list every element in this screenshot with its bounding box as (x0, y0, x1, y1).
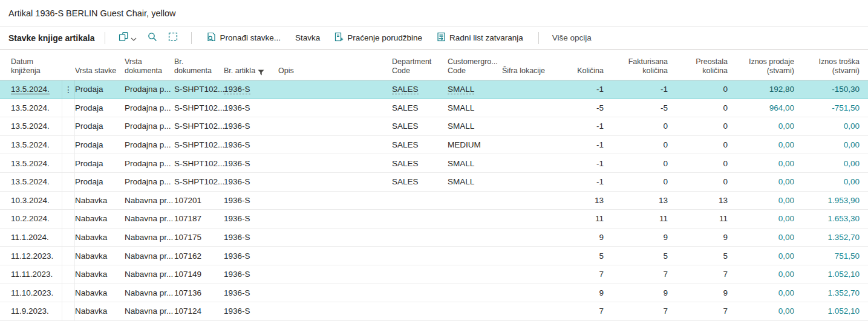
cell-preostala[interactable]: 0 (675, 136, 735, 154)
table-row[interactable]: 13.5.2024.ProdajaProdajna p...S-SHPT102.… (0, 136, 868, 155)
cell-vrsta_dokumenta[interactable]: Prodajna p... (125, 154, 174, 172)
cell-br_dokumenta[interactable]: S-SHPT102... (174, 136, 224, 154)
cell-sifra_lokacije[interactable] (502, 284, 558, 302)
cell-opis[interactable] (278, 173, 392, 191)
cell-iznos_prodaje[interactable]: 0,00 (735, 173, 801, 191)
cell-fakturisana[interactable]: 9 (611, 229, 675, 247)
cell-br_dokumenta[interactable]: S-SHPT102... (174, 154, 224, 172)
column-header-br_dokumenta[interactable]: Br. dokumenta (174, 50, 224, 80)
cell-vrsta_stavke[interactable]: Nabavka (75, 247, 125, 265)
column-header-br_artikla[interactable]: Br. artikla (224, 50, 278, 80)
column-header-kolicina[interactable]: Količina (558, 50, 611, 80)
cell-fakturisana[interactable]: 7 (611, 265, 675, 284)
cell-iznos_prodaje[interactable]: 192,80 (735, 80, 801, 99)
related-records-button[interactable] (119, 31, 137, 44)
closing-worksheet-button[interactable]: Radni list zatvaranja (437, 32, 523, 44)
cell-opis[interactable] (278, 229, 392, 247)
cell-br_dokumenta[interactable]: S-SHPT102... (174, 117, 224, 135)
cell-iznos_prodaje[interactable]: 0,00 (735, 247, 801, 265)
table-row[interactable]: 11.11.2023.NabavkaNabavna pr...107149193… (0, 265, 868, 284)
find-entries-button[interactable]: Pronađi stavke... (207, 32, 281, 44)
cell-datum[interactable]: 13.5.2024. (0, 99, 62, 117)
table-row[interactable]: 10.2.2024.NabavkaNabavna pr...1071871936… (0, 210, 868, 229)
cell-iznos_troska[interactable]: 1.352,70 (801, 284, 868, 302)
cell-iznos_troska[interactable]: 751,50 (801, 247, 868, 265)
cell-department[interactable] (392, 229, 448, 247)
cell-iznos_prodaje[interactable]: 0,00 (735, 302, 801, 320)
cell-sifra_lokacije[interactable] (502, 265, 558, 284)
cell-department[interactable]: SALES (392, 173, 448, 191)
cell-vrsta_dokumenta[interactable]: Prodajna p... (125, 173, 174, 191)
cell-vrsta_dokumenta[interactable]: Prodajna p... (125, 117, 174, 135)
cell-vrsta_dokumenta[interactable]: Nabavna pr... (125, 192, 174, 210)
cell-customergroup[interactable] (448, 247, 502, 265)
table-row[interactable]: 13.5.2024.ProdajaProdajna p...S-SHPT102.… (0, 99, 868, 118)
cell-sifra_lokacije[interactable] (502, 302, 558, 320)
cell-opis[interactable] (278, 302, 392, 320)
cell-customergroup[interactable]: SMALL (448, 154, 502, 172)
cell-preostala[interactable]: 13 (675, 192, 735, 210)
cell-department[interactable] (392, 284, 448, 302)
column-header-opis[interactable]: Opis (278, 50, 392, 80)
cell-br_dokumenta[interactable]: 107201 (174, 192, 224, 210)
table-row[interactable]: 13.5.2024.ProdajaProdajna p...S-SHPT102.… (0, 117, 868, 136)
cell-opis[interactable] (278, 99, 392, 117)
cell-datum[interactable]: 10.3.2024. (0, 192, 62, 210)
cell-kolicina[interactable]: 9 (558, 284, 611, 302)
cell-iznos_prodaje[interactable]: 964,00 (735, 99, 801, 117)
cell-sifra_lokacije[interactable] (502, 229, 558, 247)
cell-vrsta_stavke[interactable]: Nabavka (75, 192, 125, 210)
table-row[interactable]: 13.5.2024.ProdajaProdajna p...S-SHPT102.… (0, 154, 868, 173)
cell-department[interactable] (392, 210, 448, 228)
column-header-iznos_prodaje[interactable]: Iznos prodaje (stvarni) (735, 50, 801, 80)
cell-vrsta_stavke[interactable]: Nabavka (75, 210, 125, 228)
cell-iznos_prodaje[interactable]: 0,00 (735, 192, 801, 210)
cell-customergroup[interactable] (448, 210, 502, 228)
cell-vrsta_stavke[interactable]: Nabavka (75, 265, 125, 284)
cell-customergroup[interactable]: SMALL (448, 99, 502, 117)
cell-br_artikla[interactable]: 1936-S (224, 80, 278, 99)
cell-br_artikla[interactable]: 1936-S (224, 302, 278, 320)
column-header-department[interactable]: Department Code (392, 50, 448, 80)
cell-customergroup[interactable] (448, 229, 502, 247)
cell-fakturisana[interactable]: 5 (611, 247, 675, 265)
cell-vrsta_stavke[interactable]: Prodaja (75, 154, 125, 172)
cell-fakturisana[interactable]: 0 (611, 136, 675, 154)
cell-vrsta_stavke[interactable]: Nabavka (75, 284, 125, 302)
column-header-sifra_lokacije[interactable]: Šifra lokacije (502, 50, 558, 80)
search-button[interactable] (148, 32, 157, 44)
cell-sifra_lokacije[interactable] (502, 154, 558, 172)
cell-vrsta_stavke[interactable]: Prodaja (75, 136, 125, 154)
table-row[interactable]: 10.3.2024.NabavkaNabavna pr...1072011936… (0, 192, 868, 210)
cell-department[interactable] (392, 265, 448, 284)
cell-br_dokumenta[interactable]: S-SHPT102... (174, 80, 224, 99)
cell-vrsta_stavke[interactable]: Prodaja (75, 99, 125, 117)
cell-datum[interactable]: 11.10.2023. (0, 284, 62, 302)
cell-fakturisana[interactable]: 11 (611, 210, 675, 228)
cell-vrsta_dokumenta[interactable]: Nabavna pr... (125, 229, 174, 247)
cell-kolicina[interactable]: -1 (558, 154, 611, 172)
table-row[interactable]: 11.9.2023.NabavkaNabavna pr...1071241936… (0, 302, 868, 321)
cell-kolicina[interactable]: 9 (558, 229, 611, 247)
cell-kolicina[interactable]: -1 (558, 80, 611, 99)
cell-datum[interactable]: 11.9.2023. (0, 302, 62, 320)
cell-kolicina[interactable]: 11 (558, 210, 611, 228)
column-header-vrsta_dokumenta[interactable]: Vrsta dokumenta (125, 50, 174, 80)
cell-department[interactable]: SALES (392, 136, 448, 154)
cell-sifra_lokacije[interactable] (502, 210, 558, 228)
cell-br_dokumenta[interactable]: S-SHPT102... (174, 99, 224, 117)
cell-br_dokumenta[interactable]: 107187 (174, 210, 224, 228)
cell-br_artikla[interactable]: 1936-S (224, 154, 278, 172)
cell-iznos_prodaje[interactable]: 0,00 (735, 284, 801, 302)
more-options-button[interactable]: Više opcija (552, 33, 592, 42)
cell-iznos_troska[interactable]: 1.052,10 (801, 302, 868, 320)
entry-button[interactable]: Stavka (295, 33, 320, 42)
cell-iznos_prodaje[interactable]: 0,00 (735, 265, 801, 284)
table-row[interactable]: 11.12.2023.NabavkaNabavna pr...107162193… (0, 247, 868, 265)
cell-br_artikla[interactable]: 1936-S (224, 229, 278, 247)
cell-iznos_prodaje[interactable]: 0,00 (735, 210, 801, 228)
cell-kolicina[interactable]: -1 (558, 173, 611, 191)
cell-kolicina[interactable]: 7 (558, 265, 611, 284)
cell-fakturisana[interactable]: -5 (611, 99, 675, 117)
column-header-datum[interactable]: Datum knjiženja (0, 50, 62, 80)
